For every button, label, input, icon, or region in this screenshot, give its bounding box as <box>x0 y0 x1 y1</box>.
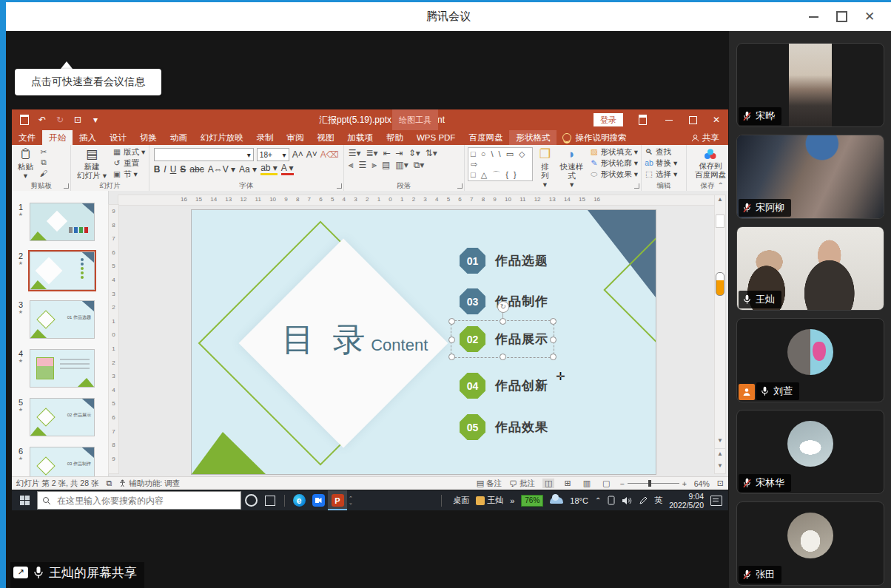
scroll-up-icon[interactable]: ▲ <box>715 196 725 203</box>
next-slide-icon[interactable]: ▼ <box>715 462 725 469</box>
start-slideshow-icon[interactable]: ⊡ <box>73 115 83 125</box>
pen-icon[interactable] <box>639 496 648 505</box>
selection-handle[interactable] <box>550 337 557 343</box>
selection-handle[interactable] <box>500 318 506 325</box>
char-spacing-button[interactable]: A⇔V ▾ <box>208 164 235 175</box>
login-button[interactable]: 登录 <box>594 113 623 126</box>
shadow-button[interactable]: S <box>180 164 186 175</box>
collapse-ribbon-icon[interactable]: ⌃ <box>718 181 724 189</box>
selection-handle[interactable] <box>448 337 455 343</box>
reset-button[interactable]: ↺重置 <box>112 158 145 168</box>
tab-home[interactable]: 开始 <box>42 130 73 145</box>
italic-button[interactable]: I <box>164 164 166 175</box>
bold-button[interactable]: B <box>154 164 161 175</box>
format-painter-icon[interactable]: 🖌︎ <box>39 169 48 178</box>
tab-view[interactable]: 视图 <box>311 130 341 145</box>
toc-item-04[interactable]: 04 作品创新 <box>460 373 548 399</box>
accessibility-status[interactable]: 辅助功能: 调查 <box>119 479 180 489</box>
selection-handle[interactable] <box>500 354 506 360</box>
ppt-restore-button[interactable] <box>681 109 705 130</box>
slide-sorter-view-button[interactable]: ⊞ <box>562 479 573 488</box>
shape-selection-box[interactable]: ↻ <box>451 320 554 358</box>
temperature-label[interactable]: 18°C <box>570 496 588 505</box>
selection-handle[interactable] <box>448 318 455 325</box>
paste-button[interactable]: 📋︎ 粘贴▾ <box>15 147 36 180</box>
zoom-slider[interactable]: − + <box>619 479 686 488</box>
thumbnail-slide-5[interactable]: 5★ 02 作品展示 <box>15 398 108 436</box>
shape-fill-button[interactable]: ▨形状填充 ▾ <box>590 147 638 157</box>
scrollbar-thumb[interactable] <box>716 214 724 228</box>
dialog-launcher-icon[interactable] <box>64 183 69 189</box>
quick-styles-button[interactable]: ◗ 快速样式▾ <box>557 147 586 189</box>
participant-tile[interactable]: 张田 <box>736 501 884 586</box>
thumbnail-slide-6[interactable]: 6★ 03 作品制作 <box>15 447 108 477</box>
participant-tile[interactable]: 宋阿柳 <box>736 135 884 219</box>
toc-item-05[interactable]: 05 作品效果 <box>460 414 548 440</box>
slide-canvas[interactable]: 目 录 Content 01 作品选题 03 作品制作 02 作品展示 <box>191 209 656 475</box>
participant-tile[interactable]: 王灿 <box>736 226 884 311</box>
tab-insert[interactable]: 插入 <box>73 130 103 145</box>
cut-icon[interactable]: ✂ <box>39 147 48 156</box>
line-spacing-icon[interactable]: ⇕▾ <box>408 148 420 158</box>
tab-wps-pdf[interactable]: WPS PDF <box>410 130 462 145</box>
shapes-gallery[interactable]: □ ○ \ \ ▭ ◇ ⇨□ △ ⌒ { } ☆ ▽ <box>468 147 533 181</box>
tab-design[interactable]: 设计 <box>103 130 133 145</box>
section-button[interactable]: ▣节 ▾ <box>112 169 145 179</box>
meeting-info-tooltip[interactable]: 点击可快速查看会议信息 <box>15 69 161 95</box>
justify-icon[interactable]: ▤ <box>382 160 390 170</box>
maximize-button[interactable] <box>830 7 853 27</box>
font-name-combo[interactable]: ▾ <box>154 148 254 161</box>
find-button[interactable]: 🔍︎查找 <box>645 147 677 157</box>
tab-baidu-netdisk[interactable]: 百度网盘 <box>462 130 509 145</box>
shape-effects-button[interactable]: ⬭形状效果 ▾ <box>590 169 638 179</box>
copy-icon[interactable]: ⧉ <box>39 158 48 167</box>
tab-slideshow[interactable]: 幻灯片放映 <box>194 130 250 145</box>
tab-animations[interactable]: 动画 <box>164 130 194 145</box>
thumbnail-slide-3[interactable]: 3★ 01 作品选题 <box>15 300 108 339</box>
numbering-button[interactable]: ≣▾ <box>366 148 377 158</box>
font-size-combo[interactable]: 18+▾ <box>257 148 289 161</box>
dialog-launcher-icon[interactable] <box>337 183 342 189</box>
tencent-meeting-taskbar-button[interactable] <box>309 490 328 510</box>
action-center-icon[interactable] <box>710 496 722 506</box>
selection-handle[interactable] <box>550 318 557 325</box>
thumbnail-slide-2-selected[interactable]: 2★ <box>15 251 108 290</box>
hidden-icons-chevron[interactable]: ⌃ <box>595 496 601 504</box>
close-button[interactable]: ✕ <box>858 7 881 27</box>
shrink-font-icon[interactable]: A˅ <box>306 149 317 160</box>
scrollbar-orange-thumb[interactable] <box>716 272 724 296</box>
scroll-apps-icons[interactable]: ⌃⌄ <box>349 496 353 505</box>
tab-transitions[interactable]: 切换 <box>133 130 164 145</box>
tab-file[interactable]: 文件 <box>12 130 42 145</box>
toc-item-01[interactable]: 01 作品选题 <box>460 248 548 274</box>
thumbnail-slide-4[interactable]: 4★ <box>15 349 108 388</box>
tab-help[interactable]: 帮助 <box>380 130 410 145</box>
task-view-button[interactable] <box>260 490 280 510</box>
dialog-launcher-icon[interactable] <box>457 183 463 189</box>
align-center-icon[interactable]: ☰ <box>358 160 366 170</box>
zoom-percentage[interactable]: 64% <box>694 479 710 488</box>
redo-icon[interactable]: ↻ <box>55 115 65 125</box>
previous-slide-icon[interactable]: ▲ <box>715 448 725 457</box>
decrease-indent-icon[interactable]: ⇤ <box>383 148 391 158</box>
strikethrough-button[interactable]: abc <box>189 164 204 175</box>
slide-vertical-scrollbar[interactable]: ▲ ▼ ▲ ▼ <box>714 195 726 474</box>
arrange-button[interactable]: ❐ 排列▾ <box>536 147 554 189</box>
underline-button[interactable]: U <box>170 164 177 175</box>
tab-record[interactable]: 录制 <box>250 130 280 145</box>
bullets-button[interactable]: ☰▾ <box>349 148 361 158</box>
cortana-button[interactable] <box>241 490 260 510</box>
comments-button[interactable]: 🗩︎批注 <box>509 479 535 489</box>
taskbar-clock[interactable]: 9:04 2022/5/20 <box>669 492 704 510</box>
undo-icon[interactable]: ↶ <box>37 115 47 125</box>
display-settings-icon[interactable]: ⧉ <box>106 479 112 488</box>
powerpoint-taskbar-button[interactable]: P <box>328 490 347 510</box>
slideshow-view-button[interactable]: ▢ <box>600 479 612 488</box>
change-case-button[interactable]: Aa ▾ <box>239 164 257 175</box>
grow-font-icon[interactable]: A˄ <box>292 149 303 160</box>
zoom-slider-thumb[interactable] <box>648 480 651 487</box>
selection-handle[interactable] <box>550 354 557 360</box>
participant-tile[interactable]: 刘萱 <box>736 318 884 402</box>
normal-view-button[interactable]: ◫ <box>542 479 554 488</box>
replace-button[interactable]: ab替换 ▾ <box>645 158 677 168</box>
